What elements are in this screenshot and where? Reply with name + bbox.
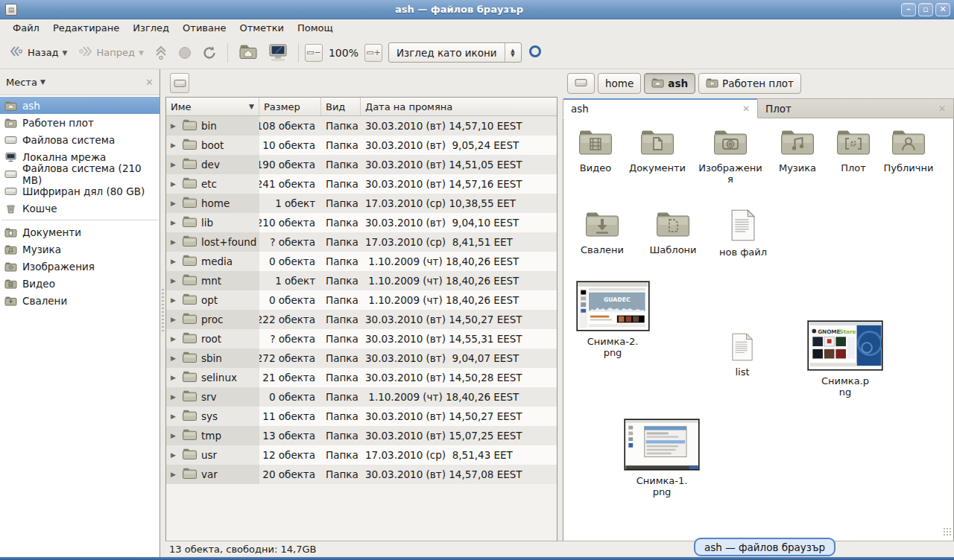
list-item-нов файл[interactable]: нов файл xyxy=(717,209,769,258)
tree-root-button[interactable] xyxy=(170,73,189,93)
expander-icon[interactable]: ▶ xyxy=(171,471,178,478)
expander-icon[interactable]: ▶ xyxy=(171,122,178,130)
list-item-Видео[interactable]: Видео xyxy=(572,127,619,174)
table-row-sbin[interactable]: ▶sbin 272 обекта Папка 30.03.2010 (вт) 9… xyxy=(166,349,557,368)
tab-Плот[interactable]: Плот ✕ xyxy=(758,98,954,118)
places-close-icon[interactable]: ✕ xyxy=(145,77,154,88)
table-row-lost+found[interactable]: ▶lost+found ? обекта Папка 17.03.2010 (с… xyxy=(166,232,557,252)
list-item-Шаблони[interactable]: Шаблони xyxy=(644,209,702,255)
sidebar-item-Работен плот[interactable]: Работен плот xyxy=(0,114,159,131)
sidebar-item-ash[interactable]: ash xyxy=(0,97,159,114)
column-header-date[interactable]: Дата на промяна xyxy=(361,98,557,115)
places-header[interactable]: Места xyxy=(6,77,37,88)
places-dropdown-icon[interactable]: ▼ xyxy=(40,78,45,86)
sidebar-splitter[interactable] xyxy=(160,69,165,557)
sidebar-item-Кошче[interactable]: Кошче xyxy=(0,200,159,217)
expander-icon[interactable]: ▶ xyxy=(171,451,178,459)
menu-0[interactable]: Файл xyxy=(6,21,46,35)
home-button[interactable] xyxy=(234,40,262,65)
zoom-out-button[interactable]: ▭− xyxy=(305,44,323,62)
expander-icon[interactable]: ▶ xyxy=(171,413,178,420)
expander-icon[interactable]: ▶ xyxy=(171,374,178,381)
list-item-Снимка-2.png[interactable]: GUADEC Снимка-2.png xyxy=(574,281,651,358)
list-item-Изображения[interactable]: Изображения xyxy=(696,127,765,185)
table-row-dev[interactable]: ▶dev 190 обекта Папка 30.03.2010 (вт) 14… xyxy=(166,155,557,174)
expander-icon[interactable]: ▶ xyxy=(171,277,178,284)
menu-1[interactable]: Редактиране xyxy=(46,21,126,35)
sidebar-item-Изображения[interactable]: Изображения xyxy=(0,258,159,275)
list-item-Снимка-1.png[interactable]: Снимка-1.png xyxy=(623,419,701,497)
sidebar-item-Шифриран дял (80 GB)[interactable]: Шифриран дял (80 GB) xyxy=(0,182,159,200)
zoom-in-button[interactable]: ▭+ xyxy=(364,44,382,62)
menu-5[interactable]: Помощ xyxy=(291,21,340,35)
resize-grip[interactable] xyxy=(943,527,952,536)
minimize-button[interactable]: – xyxy=(901,3,916,16)
expander-icon[interactable]: ▶ xyxy=(171,141,178,149)
expander-icon[interactable]: ▶ xyxy=(171,238,178,246)
table-row-boot[interactable]: ▶boot 10 обекта Папка 30.03.2010 (вт) 9,… xyxy=(166,136,557,155)
table-row-selinux[interactable]: ▶selinux 21 обекта Папка 30.03.2010 (вт)… xyxy=(166,368,557,387)
computer-button[interactable] xyxy=(264,41,292,65)
table-row-bin[interactable]: ▶bin 108 обекта Папка 30.03.2010 (вт) 14… xyxy=(166,116,557,136)
pane-splitter[interactable] xyxy=(557,69,563,541)
table-row-home[interactable]: ▶home 1 обект Папка 17.03.2010 (ср) 10,3… xyxy=(166,194,557,213)
back-button[interactable]: Назад ▼ xyxy=(4,42,72,63)
maximize-button[interactable]: ▫ xyxy=(918,3,933,16)
sidebar-item-Файлова система[interactable]: Файлова система xyxy=(0,131,159,148)
expander-icon[interactable]: ▶ xyxy=(171,161,178,168)
sidebar-item-Свалени[interactable]: Свалени xyxy=(0,292,159,309)
list-item-Свалени[interactable]: Свалени xyxy=(575,209,629,255)
column-header-kind[interactable]: Вид xyxy=(321,98,361,115)
tab-ash[interactable]: ash ✕ xyxy=(563,98,758,118)
sidebar-item-Файлова система (210 MB)[interactable]: Файлова система (210 MB) xyxy=(0,165,159,182)
breadcrumb-root[interactable] xyxy=(567,73,595,94)
expander-icon[interactable]: ▶ xyxy=(171,258,178,265)
table-row-usr[interactable]: ▶usr 12 обекта Папка 17.03.2010 (ср) 8,5… xyxy=(166,445,557,465)
search-button[interactable] xyxy=(523,41,550,65)
column-header-name[interactable]: Име▼ xyxy=(166,98,259,115)
expander-icon[interactable]: ▶ xyxy=(171,200,178,207)
list-item-Плот[interactable]: Плот xyxy=(830,127,876,174)
menu-4[interactable]: Отметки xyxy=(233,21,290,35)
expander-icon[interactable]: ▶ xyxy=(171,316,178,323)
expander-icon[interactable]: ▶ xyxy=(171,219,178,226)
tab-close-icon[interactable]: ✕ xyxy=(742,104,750,114)
list-item-Публични[interactable]: Публични xyxy=(876,127,941,174)
expander-icon[interactable]: ▶ xyxy=(171,354,178,362)
up-button[interactable] xyxy=(150,42,172,63)
view-mode-select[interactable]: Изглед като икони ▲▼ xyxy=(388,42,522,63)
list-item-Снимка.png[interactable]: GNOMEStore Снимка.png xyxy=(806,321,884,398)
list-item-Музика[interactable]: Музика xyxy=(765,127,830,174)
breadcrumb-home[interactable]: home xyxy=(598,73,641,94)
table-row-mnt[interactable]: ▶mnt 1 обект Папка 1.10.2009 (чт) 18,40,… xyxy=(166,271,557,290)
sidebar-item-Документи[interactable]: Документи xyxy=(0,223,159,241)
table-row-lib[interactable]: ▶lib 210 обекта Папка 30.03.2010 (вт) 9,… xyxy=(166,213,557,232)
reload-button[interactable] xyxy=(198,42,221,63)
breadcrumb-ash[interactable]: ash xyxy=(644,73,695,94)
table-row-tmp[interactable]: ▶tmp 13 обекта Папка 30.03.2010 (вт) 15,… xyxy=(166,426,557,445)
expander-icon[interactable]: ▶ xyxy=(171,296,178,304)
expander-icon[interactable]: ▶ xyxy=(171,432,178,439)
expander-icon[interactable]: ▶ xyxy=(171,393,178,401)
taskbar-window-button[interactable]: ash — файлов браузър xyxy=(694,538,835,556)
expander-icon[interactable]: ▶ xyxy=(171,180,178,188)
table-row-opt[interactable]: ▶opt 0 обекта Папка 1.10.2009 (чт) 18,40… xyxy=(166,290,557,310)
table-row-root[interactable]: ▶root ? обекта Папка 30.03.2010 (вт) 14,… xyxy=(166,329,557,349)
menu-2[interactable]: Изглед xyxy=(126,21,176,35)
forward-button[interactable]: Напред ▼ xyxy=(74,42,148,63)
breadcrumb-Работен плот[interactable]: Работен плот xyxy=(698,73,801,94)
sidebar-item-Видео[interactable]: Видео xyxy=(0,275,159,292)
expander-icon[interactable]: ▶ xyxy=(171,335,178,343)
column-header-size[interactable]: Размер xyxy=(259,98,321,115)
menu-3[interactable]: Отиване xyxy=(176,21,233,35)
table-row-srv[interactable]: ▶srv 0 обекта Папка 1.10.2009 (чт) 18,40… xyxy=(166,387,557,407)
table-row-etc[interactable]: ▶etc 241 обекта Папка 30.03.2010 (вт) 14… xyxy=(166,174,557,194)
list-item-list[interactable]: list xyxy=(721,333,763,378)
table-row-var[interactable]: ▶var 20 обекта Папка 30.03.2010 (вт) 14,… xyxy=(166,465,557,484)
stop-button[interactable] xyxy=(174,43,196,63)
close-button[interactable]: ✕ xyxy=(935,3,950,16)
table-row-media[interactable]: ▶media 0 обекта Папка 1.10.2009 (чт) 18,… xyxy=(166,252,557,271)
sidebar-item-Музика[interactable]: Музика xyxy=(0,241,159,258)
table-row-sys[interactable]: ▶sys 11 обекта Папка 30.03.2010 (вт) 14,… xyxy=(166,407,557,426)
back-history-caret-icon[interactable]: ▼ xyxy=(63,49,68,57)
